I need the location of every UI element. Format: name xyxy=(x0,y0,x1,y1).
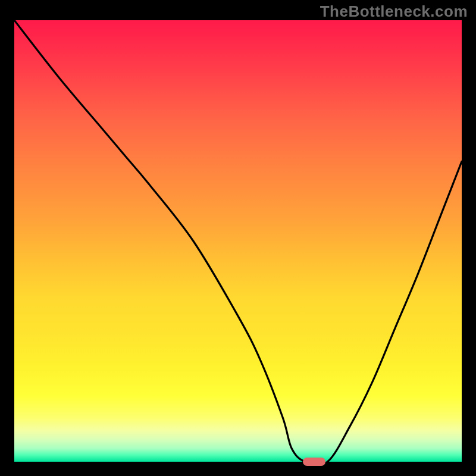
chart-container: TheBottleneck.com xyxy=(0,0,476,476)
watermark-text: TheBottleneck.com xyxy=(320,2,468,21)
bottleneck-curve xyxy=(14,20,462,462)
curve-path xyxy=(14,20,462,462)
plot-area xyxy=(14,20,462,462)
optimal-point-marker xyxy=(303,458,325,466)
